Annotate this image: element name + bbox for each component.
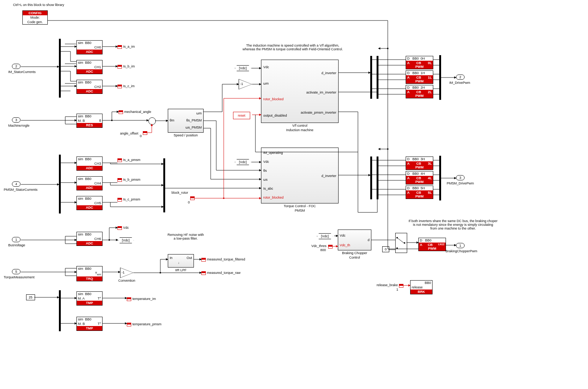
release-brake-val: 1 bbox=[396, 288, 398, 291]
outport-1-label: BrakingChopperPwm bbox=[446, 249, 477, 253]
subsys-iir[interactable]: In Out ↓ bbox=[168, 254, 194, 268]
bus-act-pmsm bbox=[377, 156, 378, 199]
svg-point-7 bbox=[223, 197, 224, 199]
outport-3[interactable]: 3 bbox=[456, 175, 465, 180]
subsys-brake-t2: Control bbox=[338, 256, 371, 259]
angle-offset-val: 0 bbox=[140, 134, 142, 138]
from-release-brake-icon bbox=[399, 284, 403, 288]
goto-tpmsm: temperature_pmsm bbox=[132, 322, 161, 326]
inport-4[interactable]: 4 bbox=[12, 181, 21, 187]
svg-point-1 bbox=[396, 237, 398, 238]
goto-is-c-pmsm-icon bbox=[117, 198, 122, 202]
from-vdc-3[interactable]: [Vdc] bbox=[317, 233, 333, 239]
subsys-foc-t1: Torque Control - FOC bbox=[261, 204, 339, 208]
adc-ch6[interactable]: sim BB0 CH6ADC bbox=[76, 232, 103, 246]
svg-point-5 bbox=[109, 239, 110, 241]
mux-pwm-im bbox=[439, 55, 441, 100]
from-vdc-1[interactable]: [Vdc] bbox=[235, 65, 251, 71]
goto-is-c-im: Is_c_im bbox=[123, 84, 135, 88]
from-block-rotor: block_rotor bbox=[172, 191, 188, 194]
goto-tim-icon bbox=[127, 297, 131, 301]
svg-point-9 bbox=[387, 48, 389, 49]
sum-angle[interactable] bbox=[148, 117, 156, 125]
tmp-a[interactable]: sim BB0 M. AT° TMP bbox=[76, 291, 103, 306]
brk-block[interactable]: BB0 release BRK bbox=[410, 280, 433, 294]
goto-vdc-icon bbox=[117, 226, 122, 230]
outport-3-label: PMSM_DrivePwm bbox=[447, 181, 474, 185]
demux-d-pmsm bbox=[370, 156, 372, 199]
adc-ch0[interactable]: sim BB0 CH0ADC bbox=[76, 40, 103, 54]
goto-is-a-im: Is_a_im bbox=[123, 45, 135, 48]
svg-point-8 bbox=[387, 148, 389, 150]
svg-point-4 bbox=[111, 120, 113, 121]
const-25[interactable]: 25 bbox=[26, 294, 35, 300]
reset-block[interactable]: reset bbox=[233, 112, 250, 119]
subsys-foc[interactable]: IM_operating Vdc θs ωs Is_abc rotor_bloc… bbox=[261, 148, 339, 203]
pwm-0[interactable]: D BB0 0H A0LCBPWM bbox=[406, 56, 433, 69]
subsys-brake[interactable]: Vdc Vdc_th d bbox=[338, 230, 371, 250]
note-top: The induction machine is speed controlle… bbox=[233, 44, 352, 51]
demux-pmsm-currents bbox=[59, 155, 61, 214]
subsys-iir-title: IIR LPF bbox=[168, 268, 194, 272]
subsys-speed-title: Speed / position bbox=[168, 133, 204, 137]
tmp-b[interactable]: sim BB0 M. BT° TMP bbox=[76, 317, 103, 331]
subsys-vf[interactable]: Vdc ωm rotor_blocked output_disabled d_i… bbox=[261, 60, 339, 123]
goto-tr-icon bbox=[201, 271, 206, 275]
adc-ch3[interactable]: sim BB0 CH3ADC bbox=[76, 156, 103, 171]
adc-ch4[interactable]: sim BB0 CH4ADC bbox=[76, 176, 103, 190]
inport-5[interactable]: 5 bbox=[12, 269, 21, 274]
goto-is-a-im-icon bbox=[117, 45, 122, 49]
goto-mech-angle-icon bbox=[119, 110, 123, 114]
config-block[interactable]: CONFIG Mode: Code gen. bbox=[22, 10, 48, 25]
res-block[interactable]: sim BB0 M. Bθ RES bbox=[76, 114, 103, 128]
subsys-vf-t1: V/f control bbox=[261, 124, 339, 127]
inport-2-label: IM_StatorCurrents bbox=[8, 70, 36, 74]
mux-is-abc bbox=[163, 158, 165, 212]
outport-1[interactable]: 1 bbox=[456, 243, 465, 248]
svg-line-0 bbox=[397, 238, 404, 243]
inport-1[interactable]: 1 bbox=[12, 237, 21, 242]
outport-2[interactable]: 2 bbox=[456, 75, 465, 80]
trq-block[interactable]: sim BB0 Tem TRQ bbox=[76, 266, 103, 281]
pwm-3[interactable]: D BB0 3H A3LCBPWM bbox=[406, 156, 433, 170]
block-rotor-val: 0 bbox=[188, 200, 190, 204]
inport-1-label: BusVoltage bbox=[8, 243, 25, 247]
adc-ch5[interactable]: sim BB0 CH5ADC bbox=[76, 196, 103, 210]
vdc-thres-val: 800 bbox=[320, 248, 326, 252]
subsys-foc-t2: PMSM bbox=[261, 209, 339, 212]
from-angle-offset: angle_offset bbox=[120, 132, 138, 135]
goto-vdc-tag[interactable]: [Vdc] bbox=[118, 237, 134, 243]
goto-vdc: Vdc bbox=[123, 226, 129, 230]
adc-ch1[interactable]: sim BB0 CH1ADC bbox=[76, 60, 103, 74]
goto-tf: measured_torque_filtered bbox=[207, 257, 245, 261]
goto-is-b-im-icon bbox=[117, 65, 122, 69]
svg-point-2 bbox=[396, 247, 398, 249]
pwm-brake[interactable]: D BB0 ALN12CBPWM bbox=[418, 238, 446, 251]
pwm-1[interactable]: D BB0 1H A1LCBPWM bbox=[406, 70, 433, 84]
gain-conv-name: Convention bbox=[116, 279, 138, 282]
subsys-vf-t2: Induction machine bbox=[261, 128, 339, 132]
inport-3[interactable]: 3 bbox=[12, 117, 21, 123]
gain-neg1-wm-val: -1 bbox=[240, 82, 243, 86]
inport-2[interactable]: 2 bbox=[12, 64, 21, 69]
goto-is-a-pmsm-icon bbox=[117, 158, 122, 162]
goto-is-b-im: Is_b_im bbox=[123, 64, 135, 68]
note-lpf: Removing HF noise with a low-pass filter… bbox=[160, 233, 212, 240]
subsys-speed[interactable]: θm ωm θs_PMSM ωs_PMSM bbox=[168, 109, 204, 133]
gain-conv-val: -1 bbox=[122, 271, 125, 274]
pwm-2[interactable]: D BB0 2H A2LCBPWM bbox=[406, 85, 433, 98]
help-hint: Ctrl+L on this block to show library bbox=[13, 3, 64, 7]
outport-2-label: IM_DrivePwm bbox=[449, 81, 470, 85]
pwm-5[interactable]: D BB0 5H A5LCBPWM bbox=[406, 186, 433, 199]
note-brake: If both inverters share the same DC bus,… bbox=[392, 219, 515, 230]
mux-pwm-pmsm bbox=[439, 156, 441, 200]
subsys-brake-t1: Braking Chopper bbox=[338, 251, 371, 255]
from-vdc-2[interactable]: [Vdc] bbox=[235, 159, 251, 165]
adc-ch2[interactable]: sim BB0 CH2ADC bbox=[76, 80, 103, 94]
goto-is-b-pmsm: Is_b_pmsm bbox=[123, 178, 141, 181]
const-zero[interactable]: 0 bbox=[382, 246, 389, 252]
goto-tr: measured_torque_raw bbox=[207, 271, 240, 275]
switch-block[interactable] bbox=[395, 233, 407, 253]
pwm-4[interactable]: D BB0 4H A4LCBPWM bbox=[406, 171, 433, 184]
bus-act-im bbox=[377, 56, 378, 99]
